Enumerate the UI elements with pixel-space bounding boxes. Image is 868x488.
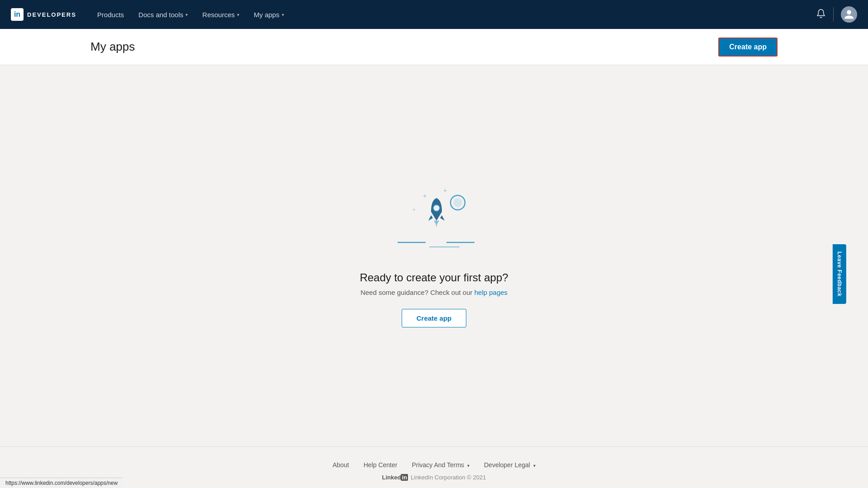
brand-name: DEVELOPERS [27,11,76,18]
user-avatar[interactable] [841,6,857,23]
footer: About Help Center Privacy And Terms ▾ De… [0,446,868,488]
brand-logo[interactable]: in DEVELOPERS [11,8,76,21]
create-app-header-button[interactable]: Create app [718,38,778,57]
footer-link-about[interactable]: About [332,461,349,469]
nav-item-myapps[interactable]: My apps ▾ [247,7,290,22]
nav-item-products[interactable]: Products [91,7,130,22]
footer-links: About Help Center Privacy And Terms ▾ De… [9,461,859,469]
navbar-right [816,6,857,23]
svg-text:+: + [443,187,447,194]
help-pages-link[interactable]: help pages [474,289,508,296]
url-bar: https://www.linkedin.com/developers/apps… [0,478,123,488]
footer-link-privacy[interactable]: Privacy And Terms ▾ [412,461,470,469]
notification-icon[interactable] [816,9,826,21]
svg-text:+: + [413,207,416,213]
navbar: in DEVELOPERS Products Docs and tools ▾ … [0,0,868,29]
footer-brand: Linkedin LinkedIn Corporation © 2021 [9,474,859,481]
svg-text:+: + [423,192,427,199]
footer-link-developer-legal[interactable]: Developer Legal ▾ [484,461,536,469]
create-app-main-button[interactable]: Create app [402,309,467,327]
svg-point-5 [433,205,440,211]
nav-item-docs[interactable]: Docs and tools ▾ [132,7,194,22]
page-header: My apps Create app [0,29,868,65]
page-title: My apps [90,40,135,54]
nav-item-resources[interactable]: Resources ▾ [196,7,246,22]
chevron-down-icon: ▾ [467,463,470,468]
main-content: + + + Ready to cr [0,65,868,446]
rocket-illustration: + + + [384,185,484,257]
footer-link-helpcenter[interactable]: Help Center [364,461,398,469]
nav-links: Products Docs and tools ▾ Resources ▾ My… [91,7,816,22]
linkedin-footer-logo: Linkedin [382,474,408,481]
feedback-sidebar[interactable]: Leave Feedback [833,244,846,304]
guidance-text: Need some guidance? Check out our help p… [360,289,508,296]
svg-point-4 [453,198,462,207]
chevron-down-icon: ▾ [237,12,239,17]
ready-title: Ready to create your first app? [360,271,508,284]
chevron-down-icon: ▾ [282,12,284,17]
chevron-down-icon: ▾ [185,12,188,17]
nav-divider [833,7,834,22]
linkedin-icon: in [11,8,24,21]
chevron-down-icon: ▾ [533,463,536,468]
